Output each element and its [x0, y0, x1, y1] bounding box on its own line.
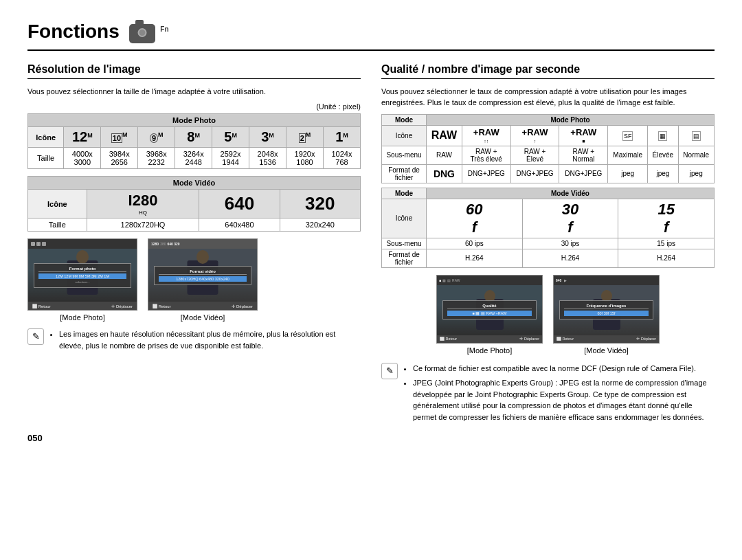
quality-photo-table: Mode Mode Photo Icône RAW +RAW↑↑ +RAW↑ +…: [381, 114, 715, 183]
icon-raw-normal: +RAW■: [559, 125, 608, 146]
sub-15ips: 15 ips: [618, 238, 715, 249]
quality-screenshots: ■ ▦ ▤ RAW Qualité ■ ▦ ▤ RAW +RAW: [381, 275, 715, 355]
sub-60ips: 60 ips: [427, 238, 523, 249]
size-8m: 3264x2448: [175, 148, 212, 169]
col-icone-label: Icône: [28, 127, 64, 148]
icon-normale: ▤: [678, 125, 714, 146]
quality-video-table: Mode Mode Vidéo Icône 60f 30f 15f Sous-m…: [381, 188, 715, 268]
screenshot-video: 1280 280 640 320 Format vidéo 1280x720HQ…: [148, 238, 258, 322]
resolution-note: ✎ Les images en haute résolution nécessi…: [27, 328, 361, 351]
icon-3m: 3M: [249, 127, 286, 148]
sub-normale: Normale: [678, 146, 714, 164]
caption-video-left: [Mode Vidéo]: [148, 313, 258, 322]
size-1280: 1280x720HQ: [87, 219, 199, 232]
icon-9m: 9M: [138, 127, 175, 148]
resolution-intro: Vous pouvez sélectionner la taille de l'…: [27, 86, 361, 98]
icon-12m: 12M: [64, 127, 101, 148]
icon-640: 640: [199, 190, 280, 219]
caption-video-right: [Mode Vidéo]: [553, 346, 660, 355]
video-mode-quality-header: Mode Vidéo: [427, 188, 715, 199]
size-10m: 3984x2656: [101, 148, 138, 169]
size-1m: 1024x768: [323, 148, 360, 169]
caption-photo-right: [Mode Photo]: [436, 346, 543, 355]
resolution-section: Résolution de l'image Vous pouvez sélect…: [27, 63, 361, 423]
taille-video-label: Taille: [28, 219, 87, 232]
icon-60fps: 60f: [427, 199, 523, 238]
col-mode-label: Mode: [382, 114, 427, 125]
icon-320: 320: [280, 190, 360, 219]
caption-photo-left: [Mode Photo]: [27, 313, 137, 322]
screenshot-photo: 12 1 Format photo: [27, 238, 137, 322]
sub-30ips: 30 ips: [522, 238, 618, 249]
note1-text: Ce format de fichier est compatible avec…: [413, 363, 715, 374]
fmt-15ips: H.264: [618, 249, 715, 267]
size-640: 640x480: [199, 219, 280, 232]
icone-row-photo: Icône: [382, 125, 427, 146]
sub-raw: RAW: [427, 146, 462, 164]
icon-raw-eleve: +RAW↑: [510, 125, 559, 146]
unit-label: (Unité : pixel): [27, 102, 361, 111]
size-5m: 2592x1944: [212, 148, 249, 169]
quality-heading: Qualité / nombre d'image par seconde: [381, 63, 715, 79]
sub-raw-normal: RAW +Normal: [559, 146, 608, 164]
icon-15fps: 15f: [618, 199, 715, 238]
icon-raw: RAW: [427, 125, 462, 146]
icon-10m: 10M: [101, 127, 138, 148]
video-mode-header: Mode Vidéo: [28, 177, 361, 190]
icon-1280: I280 HQ: [87, 190, 199, 219]
note-icon: ✎: [27, 328, 44, 345]
size-320: 320x240: [280, 219, 360, 232]
screenshot-quality-video: 640 ▶ Fréquence d'images 60f 30f 15f: [553, 275, 660, 355]
quality-intro: Vous pouvez sélectionner le taux de comp…: [381, 86, 715, 109]
size-9m: 3968x2232: [138, 148, 175, 169]
quality-note: ✎ Ce format de fichier est compatible av…: [381, 363, 715, 423]
fmt-maximale: jpeg: [608, 164, 648, 183]
photo-resolution-table: Mode Photo Icône 12M 10M 9M 8M 5M 3M 2M …: [27, 113, 361, 169]
sub-elevee: Élevée: [648, 146, 678, 164]
fmt-normale: jpeg: [678, 164, 714, 183]
fmt-raw-eleve: DNG+JPEG: [510, 164, 559, 183]
icon-1m: 1M: [323, 127, 360, 148]
sub-raw-tres: RAW +Très élevé: [462, 146, 510, 164]
note2-text: JPEG (Joint Photographic Experts Group) …: [413, 377, 715, 423]
sousmenu-label: Sous-menu: [382, 146, 427, 164]
resolution-screenshots: 12 1 Format photo: [27, 238, 361, 322]
quality-section: Qualité / nombre d'image par seconde Vou…: [381, 63, 715, 423]
format-video-label: Format de fichier: [382, 249, 427, 267]
icone-row-video: Icône: [382, 199, 427, 238]
screenshot-quality-photo: ■ ▦ ▤ RAW Qualité ■ ▦ ▤ RAW +RAW: [436, 275, 543, 355]
sub-maximale: Maximale: [608, 146, 648, 164]
size-2m: 1920x1080: [286, 148, 324, 169]
fmt-60ips: H.264: [427, 249, 523, 267]
page-number: 050: [27, 433, 715, 443]
page-title: Fonctions Fn: [27, 21, 715, 51]
icon-30fps: 30f: [522, 199, 618, 238]
note-icon-right: ✎: [381, 363, 398, 379]
icon-2m: 2M: [286, 127, 324, 148]
resolution-heading: Résolution de l'image: [27, 63, 361, 79]
video-resolution-table: Mode Vidéo Icône I280 HQ 640 320 Taille …: [27, 176, 361, 232]
note-text: Les images en haute résolution nécessita…: [59, 328, 361, 351]
fmt-raw-tres: DNG+JPEG: [462, 164, 510, 183]
col-icone-video: Icône: [28, 190, 87, 219]
photo-mode-header: Mode Photo: [28, 114, 361, 127]
taille-label: Taille: [28, 148, 64, 169]
icon-raw-tres-eleve: +RAW↑↑: [462, 125, 510, 146]
size-3m: 2048x1536: [249, 148, 286, 169]
icon-8m: 8M: [175, 127, 212, 148]
fmt-elevee: jpeg: [648, 164, 678, 183]
fmt-raw: DNG: [427, 164, 462, 183]
icon-maximale: SF: [608, 125, 648, 146]
col-mode-video-label: Mode: [382, 188, 427, 199]
icon-5m: 5M: [212, 127, 249, 148]
sousmenu-video-label: Sous-menu: [382, 238, 427, 249]
photo-mode-quality-header: Mode Photo: [427, 114, 715, 125]
size-12m: 4000x3000: [64, 148, 101, 169]
fmt-raw-normal: DNG+JPEG: [559, 164, 608, 183]
icon-elevee: ▦: [648, 125, 678, 146]
fmt-30ips: H.264: [522, 249, 618, 267]
sub-raw-eleve: RAW +Élevé: [510, 146, 559, 164]
format-label: Format de fichier: [382, 164, 427, 183]
